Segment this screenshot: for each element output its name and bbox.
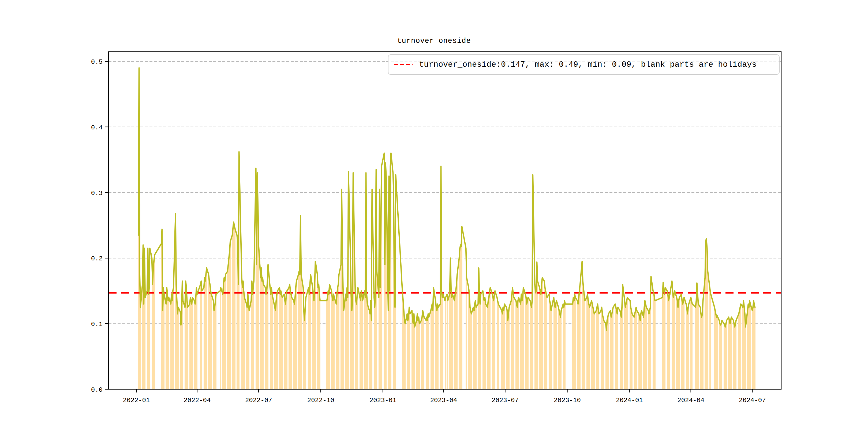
day-bar [698, 304, 699, 389]
day-bar [220, 288, 221, 389]
y-tick-label: 0.0 [91, 386, 103, 394]
day-bar [149, 288, 150, 389]
day-bar [341, 265, 341, 389]
day-bar [726, 320, 727, 389]
day-bar [376, 271, 377, 389]
day-bar [267, 281, 268, 389]
day-bar [621, 317, 622, 389]
day-bar [584, 294, 585, 389]
day-bar [370, 314, 371, 389]
day-bar [559, 310, 560, 389]
x-tick-label: 2024-01 [616, 397, 643, 404]
day-bar [468, 288, 469, 389]
day-bar [272, 294, 273, 389]
day-bar [754, 305, 755, 389]
day-bar [731, 317, 732, 389]
day-bar [402, 293, 403, 389]
day-bar [191, 304, 192, 389]
day-bar [374, 307, 375, 389]
day-bar [165, 304, 166, 389]
day-bar [271, 288, 272, 389]
day-bar [204, 288, 205, 389]
day-bar [449, 294, 450, 389]
day-bar [288, 288, 289, 389]
day-bar [707, 271, 708, 389]
day-bar [445, 301, 445, 389]
day-bar [710, 293, 711, 389]
day-bar [167, 294, 168, 389]
day-bar [665, 288, 665, 389]
day-bar [755, 307, 755, 389]
day-bar [608, 314, 609, 389]
day-bar [690, 298, 691, 389]
day-bar [243, 291, 244, 389]
day-bar [511, 301, 512, 389]
day-bar [550, 304, 551, 389]
day-bar [596, 310, 597, 389]
day-bar [235, 228, 236, 389]
day-bar [304, 310, 304, 389]
day-bar [314, 301, 314, 389]
day-bar [620, 314, 621, 389]
day-bar [287, 291, 287, 389]
day-bar [544, 281, 545, 389]
x-tick-label: 2022-10 [307, 397, 334, 404]
day-bar [319, 294, 320, 389]
day-bar [427, 320, 428, 389]
day-bar [261, 281, 262, 389]
day-bar [334, 298, 335, 389]
day-bar [606, 323, 606, 389]
day-bar [591, 301, 592, 389]
day-bar [277, 291, 278, 389]
day-bar [575, 294, 575, 389]
day-bar [740, 307, 741, 389]
day-bar [414, 327, 415, 389]
day-bar [296, 281, 297, 389]
day-bar [555, 307, 556, 389]
day-bar [365, 298, 366, 389]
day-bar [739, 310, 740, 389]
day-bar [560, 317, 561, 389]
day-bar [721, 323, 722, 389]
day-bar [512, 288, 513, 389]
day-bar [734, 327, 735, 389]
day-bar [537, 281, 538, 389]
legend-label: turnover_oneside:0.147, max: 0.49, min: … [419, 60, 756, 69]
day-bar [445, 298, 446, 389]
day-bar [701, 314, 701, 389]
day-bar [502, 314, 503, 389]
day-bar [189, 304, 190, 389]
day-bar [674, 294, 674, 389]
day-bar [508, 314, 509, 389]
day-bar [588, 301, 589, 389]
day-bar [539, 288, 540, 389]
day-bar [181, 325, 181, 389]
day-bar [748, 307, 749, 389]
day-bar [309, 294, 310, 389]
day-bar [281, 294, 282, 389]
day-bar [535, 293, 536, 389]
day-bar [374, 298, 374, 389]
day-bar [669, 298, 670, 389]
day-bar [280, 294, 281, 389]
day-bar [587, 294, 588, 389]
day-bar [744, 307, 744, 389]
day-bar [270, 294, 271, 389]
day-bar [674, 291, 675, 389]
day-bar [686, 307, 687, 389]
day-bar [461, 246, 462, 389]
day-bar [153, 268, 154, 389]
day-bar [634, 317, 635, 389]
day-bar [558, 307, 559, 389]
day-bar [676, 298, 677, 389]
day-bar [253, 288, 254, 389]
day-bar [196, 288, 197, 389]
day-bar [561, 310, 561, 389]
day-bar [476, 307, 476, 389]
day-bar [554, 298, 554, 389]
day-bar [205, 281, 206, 389]
day-bar [362, 294, 363, 389]
day-bar [329, 284, 330, 389]
day-bar [723, 323, 724, 389]
x-tick-label: 2023-07 [492, 397, 519, 404]
